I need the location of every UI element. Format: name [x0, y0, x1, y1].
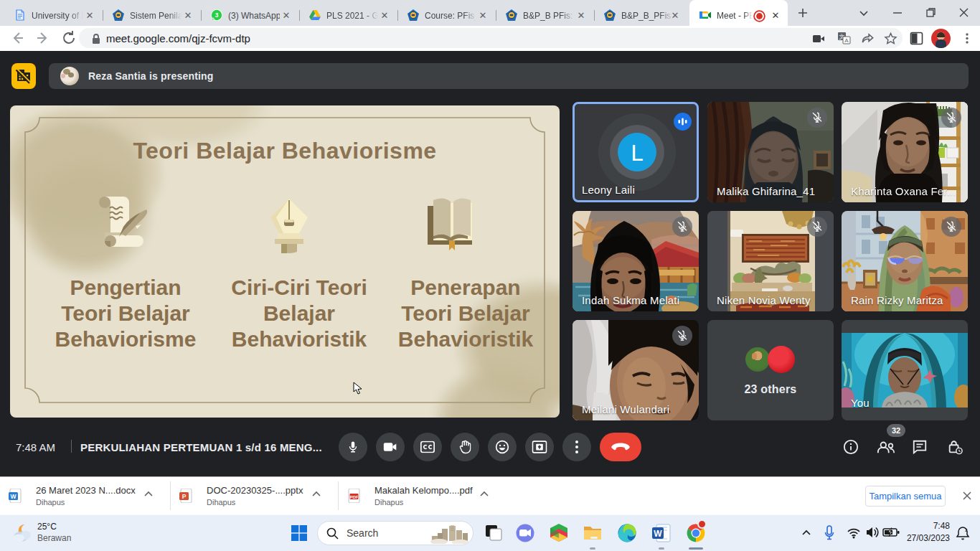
- svg-text:A: A: [844, 37, 849, 44]
- svg-text:z: z: [965, 527, 968, 532]
- svg-text:P: P: [182, 493, 187, 500]
- svg-text:W: W: [10, 493, 17, 500]
- svg-text:PDF: PDF: [350, 495, 359, 499]
- svg-text:W: W: [654, 529, 662, 539]
- svg-text:3: 3: [215, 11, 219, 19]
